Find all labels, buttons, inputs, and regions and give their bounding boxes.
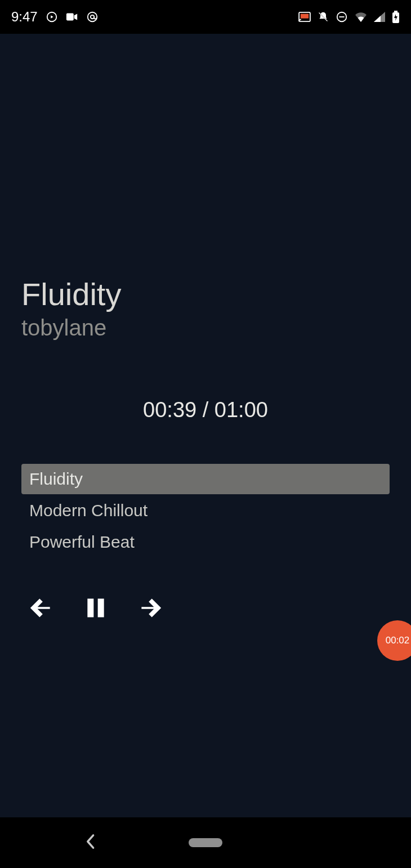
playlist: Fluidity Modern Chillout Powerful Beat xyxy=(21,464,390,557)
svg-point-2 xyxy=(87,12,97,22)
svg-point-3 xyxy=(91,15,94,19)
playlist-item-label: Modern Chillout xyxy=(29,501,148,520)
wifi-icon xyxy=(355,12,367,22)
battery-icon xyxy=(392,11,400,23)
recorder-badge[interactable]: 00:02 xyxy=(377,620,411,661)
pause-icon xyxy=(83,596,108,623)
arrow-left-icon xyxy=(29,596,54,623)
album-art-placeholder xyxy=(21,34,390,277)
status-left: 9:47 xyxy=(11,9,99,25)
app-area: Fluidity tobylane 00:39 / 01:00 Fluidity… xyxy=(0,34,411,817)
pause-button[interactable] xyxy=(82,596,109,623)
back-button[interactable] xyxy=(84,834,96,852)
playlist-item[interactable]: Modern Chillout xyxy=(21,495,390,526)
svg-rect-10 xyxy=(87,598,93,617)
cast-icon xyxy=(298,12,311,22)
playlist-item[interactable]: Fluidity xyxy=(21,464,390,494)
status-bar: 9:47 xyxy=(0,0,411,34)
status-right xyxy=(298,11,400,23)
player-controls xyxy=(21,596,390,623)
playlist-item-label: Powerful Beat xyxy=(29,533,135,551)
duration-time: 01:00 xyxy=(215,398,268,422)
time-separator: / xyxy=(196,398,215,422)
recorder-time: 00:02 xyxy=(386,635,410,646)
playlist-item-label: Fluidity xyxy=(29,469,83,488)
svg-rect-1 xyxy=(66,14,74,21)
elapsed-time: 00:39 xyxy=(143,398,196,422)
track-title: Fluidity xyxy=(21,277,390,312)
status-time: 9:47 xyxy=(11,9,38,25)
svg-rect-5 xyxy=(301,14,309,19)
next-button[interactable] xyxy=(136,596,163,623)
playlist-item[interactable]: Powerful Beat xyxy=(21,527,390,557)
svg-rect-9 xyxy=(394,11,397,12)
play-circle-icon xyxy=(46,11,58,23)
at-icon xyxy=(86,11,99,23)
signal-icon xyxy=(374,12,385,22)
videocam-icon xyxy=(66,12,78,22)
navigation-bar xyxy=(0,817,411,868)
previous-button[interactable] xyxy=(28,596,55,623)
dnd-icon xyxy=(336,11,348,23)
arrow-right-icon xyxy=(137,596,162,623)
home-pill[interactable] xyxy=(189,838,222,847)
bell-off-icon xyxy=(318,11,329,23)
track-artist: tobylane xyxy=(21,315,390,341)
svg-rect-11 xyxy=(98,598,104,617)
chevron-left-icon xyxy=(84,842,96,851)
time-display: 00:39 / 01:00 xyxy=(21,398,390,422)
